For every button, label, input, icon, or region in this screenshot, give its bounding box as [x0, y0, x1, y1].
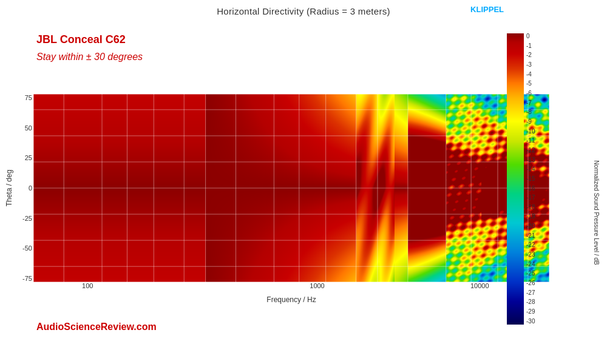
colorbar-tick--17: -17 — [526, 195, 535, 201]
colorbar-tick--25: -25 — [526, 271, 535, 277]
colorbar-tick--27: -27 — [526, 290, 535, 296]
colorbar-tick--28: -28 — [526, 299, 535, 305]
colorbar-tick--23: -23 — [526, 252, 535, 258]
colorbar-tick--10: -10 — [526, 129, 535, 135]
colorbar-tick--15: -15 — [526, 176, 535, 182]
colorbar-tick--13: -13 — [526, 157, 535, 163]
colorbar-tick--4: -4 — [526, 72, 535, 78]
stay-within-annotation: Stay within ± 30 degrees — [36, 52, 143, 62]
colorbar-tick--16: -16 — [526, 186, 535, 192]
colorbar-ticks: 0-1-2-3-4-5-6-7-8-9-10-11-12-13-14-15-16… — [526, 33, 535, 325]
x-tick-1000: 1000 — [310, 282, 324, 289]
colorbar-tick--24: -24 — [526, 261, 535, 268]
x-axis-label: Frequency / Hz — [266, 295, 316, 304]
speaker-name: JBL Conceal C62 — [36, 33, 126, 46]
klippel-label: KLIPPEL — [470, 5, 504, 14]
x-tick-100: 100 — [82, 282, 93, 289]
colorbar-tick--18: -18 — [526, 204, 535, 211]
colorbar-tick--1: -1 — [526, 43, 535, 49]
x-axis-ticks: 100 1000 10000 — [33, 282, 549, 294]
colorbar-tick--3: -3 — [526, 62, 535, 68]
y-tick-50: 50 — [15, 124, 32, 132]
colorbar-tick--20: -20 — [526, 223, 535, 229]
watermark: AudioScienceReview.com — [36, 322, 157, 332]
x-tick-10000: 10000 — [470, 282, 489, 289]
colorbar-tick--14: -14 — [526, 166, 535, 172]
y-tick--75: -75 — [15, 275, 32, 282]
colorbar-tick--2: -2 — [526, 52, 535, 58]
y-tick-0: 0 — [15, 184, 32, 192]
colorbar-tick-0: 0 — [526, 33, 535, 39]
y-axis-label: Theta / deg — [3, 94, 15, 282]
colorbar-tick--7: -7 — [526, 100, 535, 106]
y-tick-75: 75 — [15, 94, 32, 101]
colorbar-tick--9: -9 — [526, 119, 535, 125]
colorbar-tick--8: -8 — [526, 109, 535, 115]
colorbar: 0-1-2-3-4-5-6-7-8-9-10-11-12-13-14-15-16… — [507, 30, 601, 346]
colorbar-tick--29: -29 — [526, 309, 535, 315]
y-tick--50: -50 — [15, 244, 32, 252]
colorbar-tick--22: -22 — [526, 242, 535, 248]
x-axis: 100 1000 10000 Frequency / Hz — [33, 282, 549, 304]
colorbar-tick--26: -26 — [526, 280, 535, 286]
colorbar-tick--12: -12 — [526, 147, 535, 153]
y-tick--25: -25 — [15, 215, 32, 222]
colorbar-tick--21: -21 — [526, 233, 535, 239]
colorbar-tick--19: -19 — [526, 214, 535, 220]
y-tick-25: 25 — [15, 154, 32, 161]
colorbar-tick--30: -30 — [526, 318, 535, 325]
colorbar-axis-label: Normalized Sound Pressure Level / dB — [591, 152, 601, 273]
y-axis-ticks: 75 50 25 0 -25 -50 -75 — [15, 94, 33, 282]
colorbar-tick--6: -6 — [526, 90, 535, 96]
chart-title: Horizontal Directivity (Radius = 3 meter… — [0, 0, 607, 16]
heatmap-chart — [33, 94, 549, 282]
colorbar-tick--5: -5 — [526, 81, 535, 87]
colorbar-tick--11: -11 — [526, 138, 535, 144]
